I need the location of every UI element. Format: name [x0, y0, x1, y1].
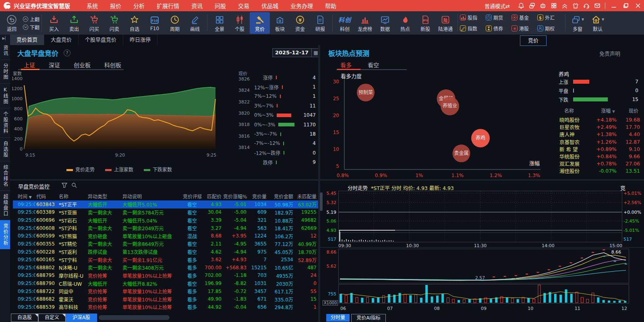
- table-row[interactable]: 09:25:01688682霍莱沃竞价抢筹单笔放量10%以上抢筹看多49.90-…: [13, 295, 318, 303]
- tab-昨日涨停[interactable]: 昨日涨停: [123, 35, 157, 45]
- table-row[interactable]: 09:25:01603389*ST亚振卖一剩余大卖一剩余5784万元看空30.0…: [13, 208, 318, 217]
- sidebar-collapse-icon[interactable]: ▶▏: [2, 35, 8, 42]
- sector-row[interactable]: 湘佳股份-0.07%13.51: [559, 167, 640, 174]
- theme-icon[interactable]: [570, 0, 581, 11]
- assistant-icon[interactable]: [537, 0, 548, 11]
- apps-icon[interactable]: [548, 0, 559, 11]
- tab-大盘竞价[interactable]: 大盘竞价: [44, 35, 79, 45]
- date-select[interactable]: 2025-12-17▼: [272, 48, 316, 57]
- sector-row[interactable]: 晓鸣股份+4.18%19.68: [559, 116, 640, 123]
- subtab-上证[interactable]: 上证: [24, 61, 35, 69]
- toolbar-item-F10[interactable]: F10F10: [145, 12, 165, 34]
- back-button[interactable]: 返回: [2, 12, 22, 34]
- menu-item[interactable]: 报价: [104, 2, 127, 10]
- column-header[interactable]: 涨幅 ▼: [593, 107, 617, 114]
- close-button[interactable]: [632, 0, 644, 11]
- sidebar-item-综合排名[interactable]: 综合排名: [0, 161, 10, 191]
- support-icon[interactable]: [581, 0, 592, 11]
- toolbar-item-数据[interactable]: 数据: [375, 12, 395, 34]
- restore-button[interactable]: [620, 0, 632, 11]
- bottom-tab-竞价AI指标[interactable]: 竞价AI指标: [351, 314, 386, 322]
- table-row[interactable]: 09:25:01600165*ST宁科买一剩余大买一剩余1.91亿元看多3.62…: [13, 256, 318, 264]
- column-header[interactable]: 匹配价: [201, 193, 223, 200]
- bottom-tab-自选股[interactable]: 自选股: [11, 314, 38, 322]
- toolbar-item-周期[interactable]: 周期: [165, 12, 185, 34]
- toolbar-item-闪卖[interactable]: 闪卖: [104, 12, 124, 34]
- mini-item-股指[interactable]: 股指: [460, 14, 486, 21]
- table-row[interactable]: 09:25:01600696*ST岩石大幅低开大幅低开5.04%看空3.39-5…: [13, 216, 318, 224]
- column-header[interactable]: 竞价量: [248, 193, 268, 200]
- mini-item-港股[interactable]: ✳港股: [511, 25, 537, 32]
- table-row[interactable]: 09:25:01600228*ST返利跌停试盘第13次跌停试盘看空4.62-4.…: [13, 248, 318, 256]
- column-header[interactable]: 竞价涨幅%: [223, 193, 248, 200]
- sector-row[interactable]: 巨星农牧+2.49%17.70: [559, 123, 640, 130]
- page-up-button[interactable]: 上翻: [23, 15, 39, 23]
- toolbar-item-科创[interactable]: 科创科创: [335, 12, 355, 34]
- column-header[interactable]: 未匹配量: [295, 193, 318, 200]
- bell-icon[interactable]: [516, 0, 526, 11]
- table-row[interactable]: 09:25:01688795摩尔线程-U竞价抢筹单笔放量10%以上抢筹看多702…: [13, 272, 318, 280]
- subtab-创业板[interactable]: 创业板: [74, 61, 91, 69]
- disclaimer-link[interactable]: 免责声明: [599, 50, 620, 57]
- menu-item[interactable]: 问股: [209, 2, 232, 10]
- toolbar-item-新股[interactable]: IPO新股: [415, 12, 435, 34]
- menu-item[interactable]: 交易: [232, 2, 255, 10]
- sector-row[interactable]: 唐人神+1.38%4.40: [559, 130, 640, 138]
- page-down-button[interactable]: 下翻: [23, 23, 39, 31]
- sector-row[interactable]: 双汇发展+0.78%27.06: [559, 160, 640, 167]
- toolbar-item-个股[interactable]: 个股: [230, 12, 250, 34]
- column-header[interactable]: 竞价评级: [183, 193, 201, 200]
- menu-item[interactable]: 系统: [81, 2, 104, 10]
- column-header[interactable]: 名称: [559, 107, 593, 114]
- sidebar-item-K线图[interactable]: K线图: [0, 84, 10, 108]
- toolbar-item-研报[interactable]: 研报: [310, 12, 330, 34]
- toolbar-item-卖出[interactable]: 卖出: [64, 12, 84, 34]
- menu-item[interactable]: 分析: [127, 2, 151, 10]
- table-row[interactable]: 09:25:01600599*ST熊猫竞价砸盘单笔放量10%以上砸盘混战8.68…: [13, 232, 318, 240]
- sidebar-item-个股资料[interactable]: 个股资料: [0, 108, 10, 138]
- mini-item-期货[interactable]: 期货: [486, 14, 511, 21]
- mini-item-外汇[interactable]: $外汇: [537, 14, 563, 21]
- toolbar-item-龙虎榜[interactable]: 龙虎榜: [355, 12, 375, 34]
- sector-row[interactable]: 新 希 望+0.89%9.10: [559, 145, 640, 153]
- search-icon[interactable]: [71, 182, 77, 189]
- column-header[interactable]: 异动类型: [87, 193, 122, 200]
- mini-item-期权[interactable]: 期权: [537, 25, 563, 32]
- hotspot-tab-看空[interactable]: 看空: [368, 61, 379, 69]
- column-header[interactable]: 现价: [617, 107, 640, 114]
- tab-个股早盘竞价[interactable]: 个股早盘竞价: [79, 35, 123, 45]
- table-row[interactable]: 09:25:01688539高华科技竞价抢筹单笔放量10%以上抢筹看多44.92…: [13, 303, 318, 311]
- toolbar-item-全景[interactable]: 全景: [209, 12, 230, 34]
- table-row[interactable]: 09:25:01600355*ST精伦卖一剩余大卖一剩余8649万元看空2.11…: [13, 240, 318, 248]
- table-row[interactable]: 09:25:01603843*ST正平大幅低开大幅低开5.01%看空4.93-5…: [13, 200, 318, 208]
- subtab-深证[interactable]: 深证: [49, 61, 60, 69]
- table-row[interactable]: 09:25:01688790C昂瑞-UW大幅低开大幅低开8.82%看空196.9…: [13, 279, 318, 287]
- toolbar-item-自选[interactable]: 自选: [124, 12, 145, 34]
- menu-item[interactable]: 资讯: [185, 2, 209, 10]
- mini-item-指数[interactable]: 指数: [460, 25, 486, 32]
- toolbar-item-资金[interactable]: ¥资金: [290, 12, 310, 34]
- menu-item[interactable]: 优品城: [255, 2, 284, 10]
- sidebar-item-自选股[interactable]: 自选股: [0, 138, 10, 161]
- help-icon[interactable]: ?: [64, 50, 70, 56]
- tab-竞价首页[interactable]: 竞价首页: [10, 35, 44, 45]
- subtab-科创板[interactable]: 科创板: [104, 61, 121, 69]
- toolbar-item-买入[interactable]: 买入: [44, 12, 64, 34]
- toolbar-item-多窗[interactable]: ▼多窗: [567, 12, 588, 34]
- mode-switch[interactable]: 普通模式⇄: [485, 2, 510, 10]
- toolbar-item-陆港通[interactable]: 陆陆港通: [435, 12, 456, 34]
- table-row[interactable]: 09:25:01688802N沐曦-U卖一剩余大卖一剩余3408万元看多700.…: [13, 264, 318, 272]
- toolbar-item-闪买[interactable]: 闪买: [84, 12, 104, 34]
- column-header[interactable]: 竞价金额: [268, 193, 295, 200]
- minimize-button[interactable]: [608, 0, 620, 11]
- vertical-scrollbar[interactable]: [320, 192, 323, 211]
- filter-icon[interactable]: [62, 182, 67, 189]
- column-header[interactable]: 时间 ▼: [13, 193, 35, 200]
- bottom-tab-分时量[interactable]: 分时量: [326, 314, 350, 322]
- hotspot-tab-看多[interactable]: 看多: [340, 61, 352, 69]
- menu-item[interactable]: 业务办理: [284, 2, 319, 10]
- sidebar-item-资讯[interactable]: 资讯: [0, 42, 10, 60]
- column-header[interactable]: 异动说明: [122, 193, 183, 200]
- sidebar-item-竞价分析[interactable]: 竞价分析: [0, 220, 10, 249]
- mini-item-基金[interactable]: 基金: [511, 14, 537, 21]
